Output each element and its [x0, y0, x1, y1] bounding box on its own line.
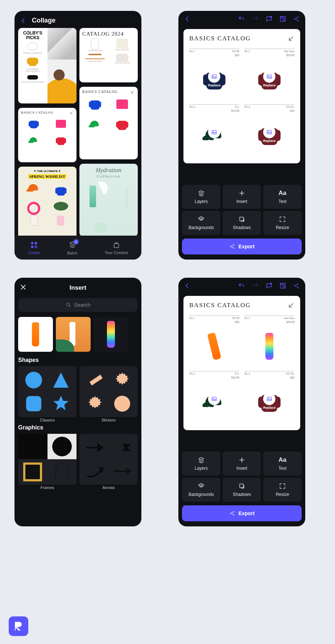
graphics-arrows-tile[interactable]: [79, 434, 138, 485]
backgrounds-button[interactable]: Backgrounds: [182, 478, 220, 502]
insert-button[interactable]: Insert: [223, 452, 261, 476]
undo-icon[interactable]: [238, 282, 245, 291]
app-logo: [9, 616, 28, 636]
arrow-down-left-icon: [288, 302, 294, 309]
layers-button[interactable]: Layers: [182, 185, 220, 209]
template-tile-spring-wishlist[interactable]: ✦ THE ULTIMATE ✦ SPRING WISHLIST: [18, 167, 76, 236]
product-image[interactable]: [265, 333, 273, 360]
canvas-cell-4[interactable]: No.4XS-XL $20 Replace: [244, 104, 294, 158]
canvas-cell-2[interactable]: No.2One Size $59.99: [244, 315, 294, 369]
canvas-cell-4[interactable]: No.4XS-XL $20 Replace: [244, 371, 294, 424]
text-button[interactable]: Aa Text: [263, 452, 302, 476]
product-image[interactable]: [207, 332, 221, 360]
resize-button[interactable]: Resize: [263, 211, 302, 235]
redo-icon[interactable]: [252, 15, 259, 24]
svg-point-26: [270, 283, 272, 285]
tile-title: COLBY'S PICKS: [21, 31, 45, 40]
svg-point-19: [230, 246, 231, 247]
svg-point-30: [297, 287, 299, 288]
template-tile-catalog-2024[interactable]: CATALOG 2024 Candle Ref.234 Pillow Ref.8…: [79, 28, 138, 82]
replace-overlay[interactable]: Replace: [208, 393, 221, 409]
compare-icon[interactable]: [279, 15, 286, 24]
export-button[interactable]: Export: [182, 505, 302, 521]
shadows-button[interactable]: Shadows: [223, 211, 261, 235]
svg-rect-18: [240, 217, 243, 221]
recent-item[interactable]: [56, 317, 91, 352]
svg-rect-2: [31, 245, 33, 248]
share-icon[interactable]: [293, 15, 300, 24]
svg-point-37: [230, 513, 231, 514]
search-icon: [66, 302, 71, 308]
text-icon: Aa: [278, 456, 286, 464]
graphics-frames-tile[interactable]: [18, 434, 76, 485]
replace-overlay[interactable]: Replace: [263, 393, 276, 409]
canvas-cell-1[interactable]: No.1XS-M $30 Replace: [189, 49, 239, 102]
canvas-cell-3[interactable]: No.3S-L $14.99 Replace: [189, 371, 239, 424]
comment-icon[interactable]: [265, 282, 273, 291]
shapes-stickers-tile[interactable]: [79, 366, 138, 417]
arrow-down-left-icon: [288, 35, 294, 42]
nav-your-content[interactable]: Your Content: [105, 241, 128, 255]
comment-icon[interactable]: [265, 15, 273, 24]
search-input[interactable]: Search: [18, 298, 138, 312]
graphics-heading: Graphics: [18, 424, 138, 431]
backgrounds-button[interactable]: Backgrounds: [182, 211, 220, 235]
recent-item[interactable]: [18, 317, 53, 352]
bottom-nav: Create 1 Batch Your Content: [15, 236, 141, 260]
svg-point-39: [233, 514, 234, 515]
template-tile-hydration[interactable]: Hydration Collection: [79, 164, 138, 236]
canvas-cell-3[interactable]: No.3S-L $14.99 Replace: [189, 104, 239, 158]
layers-button[interactable]: Layers: [182, 452, 220, 476]
template-tile-basics-right[interactable]: BASICS CATALOG: [79, 87, 138, 159]
editor-canvas[interactable]: BASICS CATALOG No.1XS-M $30 Replace: [183, 29, 300, 163]
replace-overlay[interactable]: Replace: [263, 70, 276, 87]
screen-collage-list: Collage COLBY'S PICKS PEARL EARRINGS CAS…: [15, 11, 141, 260]
svg-point-17: [201, 218, 202, 219]
replace-overlay[interactable]: Replace: [208, 70, 221, 87]
template-tile-colbys-picks[interactable]: COLBY'S PICKS PEARL EARRINGS CASHMERE TU…: [18, 28, 76, 103]
replace-overlay[interactable]: Replace: [208, 126, 221, 143]
insert-button[interactable]: Insert: [223, 185, 261, 209]
svg-point-38: [233, 511, 234, 512]
svg-rect-36: [240, 484, 243, 488]
export-button[interactable]: Export: [182, 239, 302, 254]
recent-item[interactable]: [94, 317, 128, 352]
svg-point-23: [25, 372, 42, 388]
canvas-title: BASICS CATALOG: [189, 302, 251, 309]
back-icon[interactable]: [183, 282, 191, 291]
svg-point-8: [297, 20, 299, 21]
redo-icon[interactable]: [252, 282, 259, 291]
screen-editor-replace-all: BASICS CATALOG No.1XS-M $30 Replace: [178, 11, 305, 260]
svg-rect-9: [212, 75, 216, 78]
canvas-cell-2[interactable]: No.2One Size $59.99 Replace: [244, 49, 294, 102]
svg-rect-31: [212, 397, 216, 401]
template-tile-basics-left[interactable]: BASICS CATALOG: [18, 108, 76, 162]
svg-rect-33: [267, 397, 272, 401]
editor-canvas[interactable]: BASICS CATALOG No.1XS-M $30 No.2One Size…: [183, 296, 300, 430]
svg-rect-0: [31, 242, 33, 244]
canvas-title: BASICS CATALOG: [189, 35, 251, 42]
svg-point-4: [270, 16, 272, 18]
back-icon[interactable]: [183, 15, 191, 24]
undo-icon[interactable]: [238, 15, 245, 24]
svg-point-29: [297, 283, 299, 285]
replace-overlay[interactable]: Replace: [263, 126, 276, 143]
nav-create[interactable]: Create: [28, 241, 40, 255]
compare-icon[interactable]: [279, 282, 286, 291]
resize-button[interactable]: Resize: [263, 478, 302, 502]
recents-row: [18, 317, 138, 352]
share-icon[interactable]: [293, 282, 300, 291]
shadows-button[interactable]: Shadows: [223, 478, 261, 502]
text-icon: Aa: [278, 189, 286, 197]
svg-rect-11: [267, 75, 272, 78]
shapes-classics-tile[interactable]: [18, 366, 76, 417]
nav-batch[interactable]: 1 Batch: [67, 241, 78, 255]
sheet-title: Insert: [20, 284, 136, 292]
back-icon[interactable]: [20, 17, 27, 24]
text-button[interactable]: Aa Text: [263, 185, 302, 209]
svg-rect-1: [35, 242, 37, 244]
svg-point-6: [294, 18, 295, 20]
svg-rect-13: [212, 130, 216, 134]
canvas-cell-1[interactable]: No.1XS-M $30: [189, 315, 239, 369]
svg-point-7: [297, 16, 299, 18]
